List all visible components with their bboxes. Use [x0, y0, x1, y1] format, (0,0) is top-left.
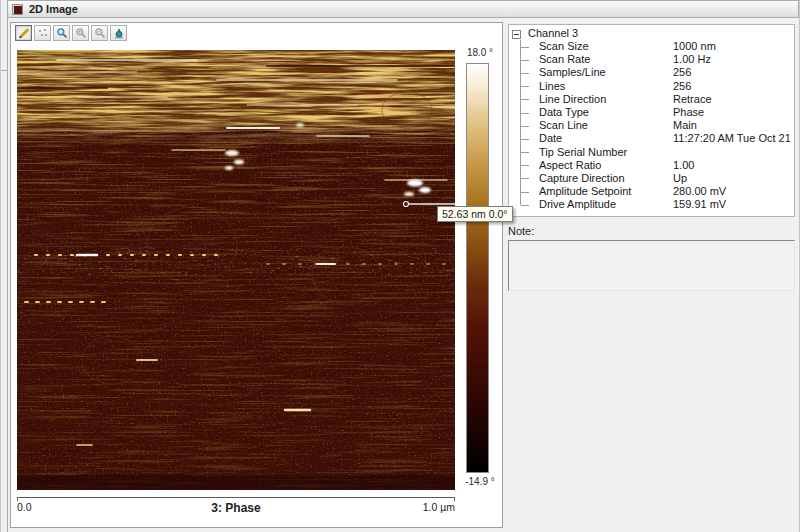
magnifier-icon: [56, 27, 68, 39]
property-row: Line Direction Retrace: [509, 93, 794, 106]
property-row: Samples/Line 256: [509, 66, 794, 79]
probe-icon: [113, 27, 125, 39]
note-box: [508, 240, 795, 291]
axis-max-label: 1.0 µm: [423, 501, 455, 513]
property-label: Drive Amplitude: [539, 198, 616, 211]
window-title: 2D Image: [29, 3, 78, 15]
image-display-panel: 52.63 nm 0.0° 18.0 ° -14.9 ° 0.0 3: Phas…: [10, 22, 503, 528]
color-scale-bar: [466, 63, 489, 473]
property-value: Retrace: [673, 93, 712, 106]
property-row: Date 11:27:20 AM Tue Oct 21 2014: [509, 132, 794, 145]
property-value: 256: [673, 80, 691, 93]
frame-divider: [1, 70, 7, 71]
property-row: Lines 256: [509, 80, 794, 93]
property-row: Scan Line Main: [509, 119, 794, 132]
property-label: Date: [539, 132, 562, 145]
property-value: 1000 nm: [673, 40, 716, 53]
color-scale-max-label: 18.0 °: [457, 47, 503, 58]
property-label: Line Direction: [539, 93, 606, 106]
probe-tool-button[interactable]: [110, 25, 127, 41]
zoom-out-button[interactable]: [91, 25, 108, 41]
zoom-in-button[interactable]: [72, 25, 89, 41]
note-input[interactable]: [509, 241, 794, 290]
points-icon: [37, 27, 49, 39]
property-row: Drive Amplitude 159.91 mV: [509, 198, 794, 211]
zoom-button[interactable]: [53, 25, 70, 41]
property-label: Scan Size: [539, 40, 589, 53]
property-value: Main: [673, 119, 697, 132]
select-points-button[interactable]: [34, 25, 51, 41]
property-value: 280.00 mV: [673, 185, 726, 198]
property-label: Capture Direction: [539, 172, 625, 185]
afm-phase-image[interactable]: [17, 50, 455, 490]
property-value: 11:27:20 AM Tue Oct 21 2014: [673, 132, 795, 145]
property-value: 1.00: [673, 159, 694, 172]
image-toolbar: [15, 25, 129, 41]
property-row: Aspect Ratio 1.00: [509, 159, 794, 172]
window-titlebar[interactable]: 2D Image: [8, 0, 799, 18]
color-scale-min-label: -14.9 °: [457, 476, 503, 487]
property-value: 256: [673, 66, 691, 79]
properties-items: Scan Size 1000 nm Scan Rate 1.00 Hz Samp…: [509, 40, 794, 211]
channel-name: Channel 3: [528, 27, 578, 39]
property-label: Scan Line: [539, 119, 588, 132]
property-label: Data Type: [539, 106, 589, 119]
channel-title: 3: Phase: [17, 501, 455, 515]
pencil-icon: [18, 27, 30, 39]
property-row: Amplitude Setpoint 280.00 mV: [509, 185, 794, 198]
parent-frame-edge: [0, 0, 8, 532]
property-value: 1.00 Hz: [673, 53, 711, 66]
2d-image-window: 2D Image: [8, 0, 800, 532]
property-row: Capture Direction Up: [509, 172, 794, 185]
magnifier-plus-icon: [75, 27, 87, 39]
tree-root-row: Channel 3: [509, 25, 794, 40]
measurement-tooltip: 52.63 nm 0.0°: [437, 206, 513, 222]
property-row: Scan Size 1000 nm: [509, 40, 794, 53]
property-value: Phase: [673, 106, 704, 119]
property-value: 159.91 mV: [673, 198, 726, 211]
property-row: Tip Serial Number: [509, 146, 794, 159]
2d-image-icon: [12, 4, 23, 15]
property-label: Amplitude Setpoint: [539, 185, 631, 198]
property-label: Scan Rate: [539, 53, 590, 66]
x-axis-labels: 0.0 3: Phase 1.0 µm: [17, 501, 455, 517]
property-label: Lines: [539, 80, 565, 93]
property-row: Data Type Phase: [509, 106, 794, 119]
note-label: Note:: [508, 225, 534, 237]
property-value: Up: [673, 172, 687, 185]
collapse-icon[interactable]: [512, 30, 521, 39]
draw-measure-button[interactable]: [15, 25, 32, 41]
property-label: Samples/Line: [539, 66, 606, 79]
property-row: Scan Rate 1.00 Hz: [509, 53, 794, 66]
property-label: Aspect Ratio: [539, 159, 601, 172]
magnifier-minus-icon: [94, 27, 106, 39]
property-label: Tip Serial Number: [539, 146, 627, 159]
channel-properties-panel: Channel 3 Scan Size 1000 nm Scan Rate 1.…: [508, 24, 795, 217]
